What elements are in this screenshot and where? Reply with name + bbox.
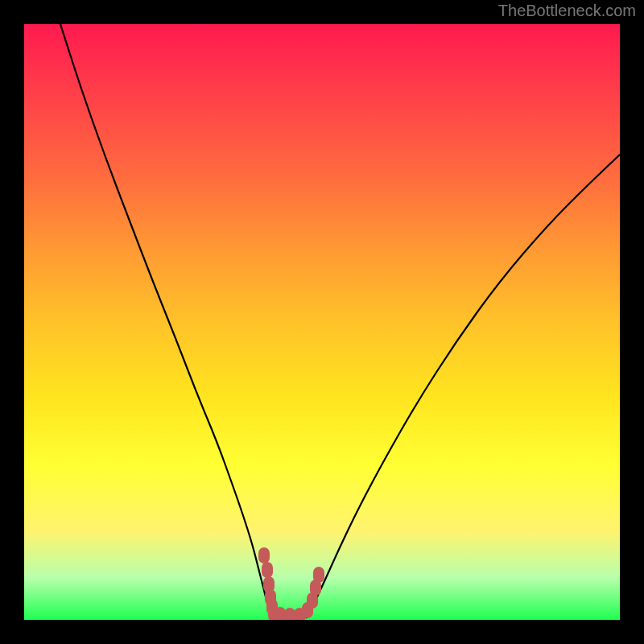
highlight-dot: [258, 547, 270, 564]
chart-frame: TheBottleneck.com: [0, 0, 644, 644]
curve-right: [306, 155, 620, 618]
highlight-dot: [313, 567, 324, 583]
watermark-text: TheBottleneck.com: [498, 2, 636, 20]
highlight-dot: [275, 607, 286, 620]
highlight-dot: [284, 608, 295, 620]
curve-left: [60, 24, 274, 618]
highlight-dot: [262, 562, 273, 578]
valley-highlight: [258, 547, 324, 620]
plot-area: [24, 24, 620, 620]
curve-layer: [24, 24, 620, 620]
